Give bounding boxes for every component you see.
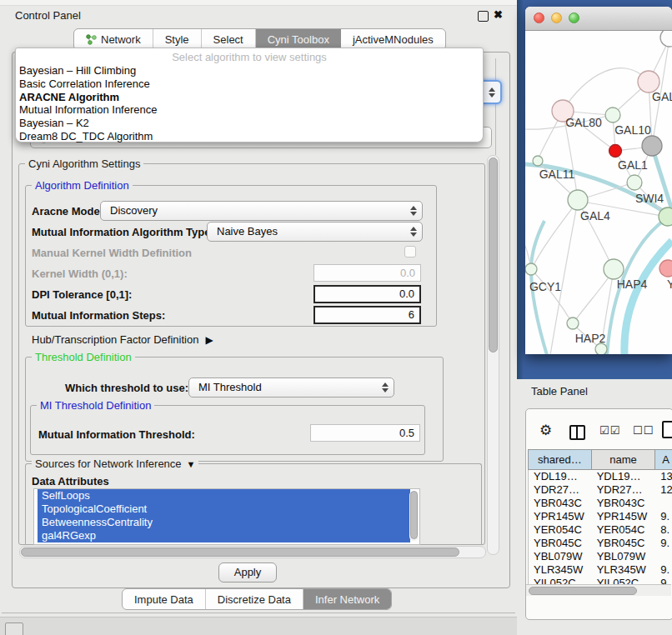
cell: YPR145W [529,510,592,523]
mi-steps-field[interactable]: 6 [313,306,421,324]
node-unlabeled[interactable] [660,31,672,47]
network-canvas[interactable]: GAL GAL80 GAL10 GAL1 GAL11 SWI4 GAL4 GCY… [525,31,672,354]
stepper-icon [489,88,495,98]
select-all-icon[interactable]: ☑☑ [599,424,620,437]
table-header-row: shared… name A [528,449,672,470]
cell: 13 [655,470,672,483]
tab-label: Select [213,33,243,46]
stepper-icon [410,206,417,216]
mi-threshold-field[interactable]: 0.5 [310,424,420,442]
close-panel-icon[interactable]: ✖ [494,8,503,21]
edge [550,201,578,354]
node-swi4[interactable] [659,208,672,226]
minimized-window-icon[interactable] [5,622,23,635]
dropdown-item-aracne[interactable]: ARACNE Algorithm [16,91,483,104]
aracne-mode-select[interactable]: Discovery [100,201,423,221]
table-row[interactable]: YPR145WYPR145W9. [529,510,672,523]
table-row[interactable]: YDR27…YDR27…12 [529,483,672,497]
cell [655,497,672,510]
mi-steps-value: 6 [409,308,414,321]
list-item-gal4rgexp[interactable]: gal4RGexp [38,529,410,542]
node-label-gal80: GAL80 [565,116,602,129]
list-scrollbar[interactable] [409,491,419,541]
table-card: ⚙ ☑☑ ☐☐ shared… name A YDL19…YDL19…13 YD… [525,408,672,620]
tab-infer-network[interactable]: Infer Network [303,589,391,609]
list-scrollbar-thumb[interactable] [410,491,418,539]
network-window-titlebar[interactable] [525,7,672,31]
data-attributes-label: Data Attributes [32,475,109,488]
aracne-mode-label: Aracne Mode: [32,205,103,218]
dropdown-item-bayesian-k2[interactable]: Bayesian – K2 [16,117,483,130]
cell [655,550,672,563]
node-table: shared… name A YDL19…YDL19…13 YDR27…YDR2… [528,449,672,590]
sources-group-title[interactable]: Sources for Network Inference▼ [32,458,198,470]
node-y-partial[interactable] [659,260,672,277]
column-header-partial[interactable]: A [655,450,672,469]
list-item-selfloops[interactable]: SelfLoops [38,489,410,502]
dpi-tolerance-label: DPI Tolerance [0,1]: [32,288,132,301]
dropdown-item-bayesian-hill-climbing[interactable]: Bayesian – Hill Climbing [16,64,483,78]
table-row[interactable]: YER054CYER054C8. [529,523,672,537]
node-gal1[interactable] [627,175,642,190]
node-label-gal1: GAL1 [618,158,648,172]
table-row[interactable]: YDL19…YDL19…13 [529,470,672,483]
column-header-shared-name[interactable]: shared… [529,450,592,469]
columns-icon[interactable] [569,425,585,440]
table-scrollbar-thumb[interactable] [529,587,637,595]
node-label-gal10: GAL10 [614,123,651,137]
dropdown-item-mutual-information[interactable]: Mutual Information Inference [16,103,483,117]
kernel-width-field[interactable]: 0.0 [313,264,421,282]
dropdown-item-dream8[interactable]: Dream8 DC_TDC Algorithm [16,130,483,143]
float-panel-icon[interactable] [478,11,489,22]
manual-kernel-checkbox[interactable] [404,246,416,258]
h-scrollbar-thumb[interactable] [21,548,459,557]
dpi-tolerance-field[interactable]: 0.0 [313,285,421,303]
settings-horizontal-scrollbar[interactable] [19,546,486,558]
node-gal10[interactable] [605,108,620,122]
mi-threshold-group-title: MI Threshold Definition [37,399,154,412]
node-gray[interactable] [642,136,662,156]
export-table-icon[interactable] [662,421,672,438]
cell: 9. [655,537,672,550]
cell: 8. [655,523,672,537]
apply-button[interactable]: Apply [218,562,277,582]
table-row[interactable]: YBR043CYBR043C [529,497,672,510]
node-hap4[interactable] [604,259,624,279]
tab-discretize-data[interactable]: Discretize Data [206,589,303,609]
node-red-selected[interactable] [609,145,622,158]
node-gal4[interactable] [568,190,588,210]
deselect-all-icon[interactable]: ☐☐ [633,424,654,437]
expander-arrow-icon: ▶ [205,334,213,346]
kernel-width-value: 0.0 [400,267,415,279]
list-item-topologicalcoefficient[interactable]: TopologicalCoefficient [38,502,410,516]
tab-impute-data[interactable]: Impute Data [123,589,206,609]
which-threshold-label: Which threshold to use: [65,382,188,394]
gear-icon[interactable]: ⚙ [539,422,552,439]
hub-expander[interactable]: Hub/Transcription Factor Definition▶ [32,333,213,346]
dropdown-item-basic-correlation[interactable]: Basic Correlation Inference [16,78,483,91]
column-header-name[interactable]: name [592,450,656,469]
dropdown-placeholder: Select algorithm to view settings [16,50,483,64]
table-horizontal-scrollbar[interactable] [526,584,671,596]
node-gal11[interactable] [533,156,543,166]
mi-algorithm-type-select[interactable]: Naive Bayes [207,222,423,242]
table-row[interactable]: YLR345WYLR345W9. [529,563,672,577]
sources-title-text: Sources for Network Inference [35,458,182,470]
v-scrollbar-thumb[interactable] [489,158,498,352]
table-row[interactable]: YBR045CYBR045C9. [529,537,672,550]
algorithm-dropdown-popup: Select algorithm to view settings Bayesi… [15,48,484,142]
node-gcy1[interactable] [525,263,537,275]
zoom-window-icon[interactable] [569,12,579,23]
node-hap2[interactable] [567,318,579,329]
list-item-betweennesscentrality[interactable]: BetweennessCentrality [38,516,410,529]
table-row[interactable]: YBL079WYBL079W [529,550,672,563]
network-icon [86,34,97,45]
which-threshold-select[interactable]: MI Threshold [188,378,394,398]
close-window-icon[interactable] [534,12,544,23]
settings-vertical-scrollbar[interactable] [487,155,499,555]
cell: YBR043C [529,497,592,510]
cell: 9. [655,510,672,523]
cell: YER054C [592,523,656,537]
minimize-window-icon[interactable] [551,12,562,23]
cell: YDR27… [592,483,656,497]
